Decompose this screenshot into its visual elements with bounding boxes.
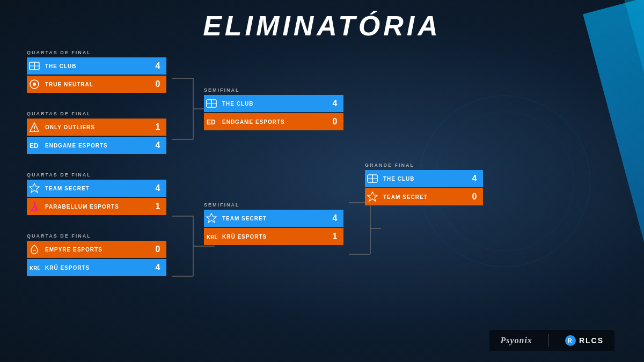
qf3-team1-row: TEAM SECRET 4 [27, 180, 166, 197]
qf3-team1-score: 4 [149, 180, 166, 197]
qf2-team2-logo: ED [27, 138, 42, 153]
sf1-team2-name: ENDGAME ESPORTS [219, 113, 326, 130]
qf-match-2: QUARTAS DE FINAL ONLY OUTLIERS 1 [27, 111, 166, 154]
svg-point-19 [34, 130, 35, 131]
qf1-team1-row: THE CLUB 4 [27, 57, 166, 75]
parabellum-icon [28, 201, 40, 212]
sf1-match: THE CLUB 4 ED ENDGAME ESPORTS 0 [204, 95, 343, 130]
sf2-team2-name: KRÜ ESPORTS [219, 228, 326, 245]
qf2-team2-row: ED ENDGAME ESPORTS 4 [27, 137, 166, 154]
svg-text:ED: ED [30, 142, 39, 150]
qf4-team2-logo: KRÜ [27, 260, 42, 275]
sf2-team1-score: 4 [326, 210, 343, 227]
qf3-team2-logo [27, 199, 42, 214]
gf-label: GRANDE FINAL [365, 162, 483, 168]
sf1-label: SEMIFINAL [204, 87, 343, 93]
sf-match-2: SEMIFINAL TEAM SECRET 4 [204, 202, 343, 245]
qf2-team1-score: 1 [149, 119, 166, 136]
sf2-team2-row: KRÜ KRÜ ESPORTS 1 [204, 228, 343, 245]
qf4-team1-row: EMPYRE ESPORTS 0 [27, 241, 166, 258]
the-club-icon [28, 60, 40, 72]
svg-text:KRÜ: KRÜ [30, 265, 40, 271]
gf-team2-score: 0 [466, 188, 483, 205]
svg-point-16 [33, 83, 36, 86]
qf4-team1-logo [27, 242, 42, 257]
sf1-team1-logo [204, 96, 219, 111]
sf2-team2-logo: KRÜ [204, 229, 219, 244]
gf-team2-row: TEAM SECRET 0 [365, 188, 483, 205]
svg-marker-21 [30, 183, 39, 193]
sf1-team2-row: ED ENDGAME ESPORTS 0 [204, 113, 343, 130]
qf2-label: QUARTAS DE FINAL [27, 111, 166, 116]
gf-team1-score: 4 [466, 170, 483, 187]
qf4-team1-score: 0 [149, 241, 166, 258]
sf1-team1-row: THE CLUB 4 [204, 95, 343, 112]
gf-team2-name: TEAM SECRET [380, 188, 466, 205]
sf2-secret-icon [206, 212, 217, 224]
qf1-team2-name: TRUE NEUTRAL [42, 76, 149, 93]
qf-column: QUARTAS DE FINAL THE CLUB 4 [27, 50, 166, 276]
qf4-team1-name: EMPYRE ESPORTS [42, 241, 149, 258]
qf1-match: THE CLUB 4 TRUE NEUTRAL 0 [27, 57, 166, 93]
qf2-team1-logo [27, 120, 42, 135]
gf-team1-name: THE CLUB [380, 170, 466, 187]
qf2-team2-score: 4 [149, 137, 166, 154]
svg-text:KRÜ: KRÜ [207, 234, 217, 240]
svg-marker-34 [368, 192, 377, 201]
qf-match-1: QUARTAS DE FINAL THE CLUB 4 [27, 50, 166, 93]
qf4-team2-row: KRÜ KRÜ ESPORTS 4 [27, 259, 166, 276]
qf3-team1-name: TEAM SECRET [42, 180, 149, 197]
sf2-team1-name: TEAM SECRET [219, 210, 326, 227]
qf3-team2-row: PARABELLUM ESPORTS 1 [27, 198, 166, 215]
qf4-team2-name: KRÜ ESPORTS [42, 259, 149, 276]
true-neutral-icon [28, 78, 40, 90]
psyonix-logo: Psyonix [500, 336, 532, 345]
sf-column: SEMIFINAL THE CLUB 4 [204, 87, 343, 245]
qf2-match: ONLY OUTLIERS 1 ED ENDGAME ESPORTS 4 [27, 119, 166, 154]
endgame-icon: ED [28, 139, 40, 151]
qf2-team1-row: ONLY OUTLIERS 1 [27, 119, 166, 136]
sf2-team2-score: 1 [326, 228, 343, 245]
divider [548, 334, 549, 347]
team-secret-icon [28, 182, 40, 194]
gf-team2-logo [365, 189, 380, 204]
main-content: ELIMINATÓRIA [0, 0, 644, 362]
empyre-icon [28, 243, 40, 255]
qf-match-3: QUARTAS DE FINAL TEAM SECRET 4 [27, 172, 166, 215]
qf3-team1-logo [27, 181, 42, 196]
sf1-team1-name: THE CLUB [219, 95, 326, 112]
qf2-team2-name: ENDGAME ESPORTS [42, 137, 149, 154]
sf2-kru-icon: KRÜ [206, 231, 217, 242]
qf3-match: TEAM SECRET 4 PARABELLUM ESPORTS 1 [27, 180, 166, 215]
qf3-team2-name: PARABELLUM ESPORTS [42, 198, 149, 215]
qf4-match: EMPYRE ESPORTS 0 KRÜ KRÜ ESPORTS 4 [27, 241, 166, 276]
sf2-label: SEMIFINAL [204, 202, 343, 208]
qf1-team1-logo [27, 58, 42, 73]
sf2-match: TEAM SECRET 4 KRÜ KRÜ ESPORTS 1 [204, 210, 343, 245]
qf3-team2-score: 1 [149, 198, 166, 215]
qf1-team1-name: THE CLUB [42, 57, 149, 75]
qf1-label: QUARTAS DE FINAL [27, 50, 166, 55]
gf-team1-logo [365, 171, 380, 186]
sf1-team2-logo: ED [204, 114, 219, 129]
gf-team1-row: THE CLUB 4 [365, 170, 483, 187]
gf-secret-icon [367, 191, 378, 203]
svg-marker-29 [207, 213, 216, 223]
rlcs-logo: R RLCS [565, 335, 604, 346]
sf2-team1-row: TEAM SECRET 4 [204, 210, 343, 227]
bottom-bar: Psyonix R RLCS [489, 330, 614, 351]
sf2-team1-logo [204, 211, 219, 226]
sf1-the-club-icon [206, 98, 217, 109]
sf-match-1: SEMIFINAL THE CLUB 4 [204, 87, 343, 130]
qf-match-4: QUARTAS DE FINAL EMPYRE ESPORTS 0 [27, 233, 166, 276]
qf1-team2-row: TRUE NEUTRAL 0 [27, 76, 166, 93]
rlcs-icon: R [565, 335, 576, 346]
qf1-team2-logo [27, 77, 42, 92]
qf3-label: QUARTAS DE FINAL [27, 172, 166, 178]
only-outliers-icon [28, 121, 40, 133]
sf1-team2-score: 0 [326, 113, 343, 130]
qf4-label: QUARTAS DE FINAL [27, 233, 166, 239]
svg-text:ED: ED [207, 119, 216, 126]
sf1-team1-score: 4 [326, 95, 343, 112]
kru-icon: KRÜ [28, 262, 40, 274]
